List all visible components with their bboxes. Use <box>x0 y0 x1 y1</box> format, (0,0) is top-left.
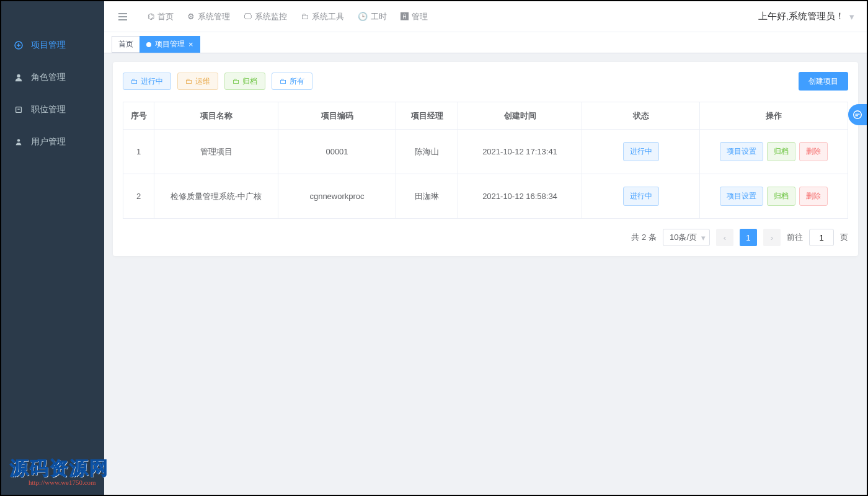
cell-seq: 2 <box>123 174 154 219</box>
filter-in-progress[interactable]: 🗀进行中 <box>123 73 171 90</box>
svg-rect-2 <box>16 107 22 113</box>
col-seq: 序号 <box>123 102 154 130</box>
dashboard-icon: ⌬ <box>148 12 154 21</box>
table-row: 1管理项目00001陈海山2021-10-12 17:13:41进行中项目设置归… <box>123 130 848 174</box>
gear-icon: ⚙ <box>187 12 195 21</box>
filter-archived[interactable]: 🗀归档 <box>224 73 265 90</box>
main-area: ⌬首页 ⚙系统管理 🖵系统监控 🗀系统工具 🕒工时 🅰管理 上午好,系统管理员！… <box>104 1 867 495</box>
filter-ops[interactable]: 🗀运维 <box>177 73 218 90</box>
status-badge: 进行中 <box>623 142 659 161</box>
cell-name: 检修质量管理系统-中广核 <box>154 174 278 219</box>
chevron-down-icon: ▾ <box>701 233 706 242</box>
sidebar: 项目管理 角色管理 职位管理 用户管理 <box>1 1 104 495</box>
hamburger-icon[interactable] <box>117 11 129 23</box>
folder-icon: 🗀 <box>131 77 138 86</box>
chevron-down-icon: ▾ <box>849 11 854 22</box>
col-name: 项目名称 <box>154 102 278 130</box>
user-icon <box>14 73 24 82</box>
cell-actions: 项目设置归档删除 <box>700 174 848 219</box>
nav-system-mgmt[interactable]: ⚙系统管理 <box>187 11 230 22</box>
close-icon[interactable]: × <box>188 40 193 48</box>
tab-active-dot-icon <box>146 42 151 47</box>
cell-manager: 田泇琳 <box>396 174 458 219</box>
plus-circle-icon <box>14 40 24 50</box>
cell-name: 管理项目 <box>154 130 278 174</box>
pagination: 共 2 条 10条/页 ▾ ‹ 1 › 前往 页 <box>123 229 848 246</box>
topbar-greeting[interactable]: 上午好,系统管理员！ ▾ <box>758 11 854 22</box>
badge-icon <box>14 105 24 115</box>
goto-page-input[interactable] <box>809 229 834 246</box>
tabbar: 首页 项目管理 × <box>104 32 867 53</box>
projects-table: 序号 项目名称 项目编码 项目经理 创建时间 状态 操作 1管理项目00001陈… <box>123 102 848 219</box>
action-delete-button[interactable]: 删除 <box>799 187 828 206</box>
svg-point-1 <box>17 74 20 78</box>
nav-system-tools[interactable]: 🗀系统工具 <box>301 11 344 22</box>
status-badge: 进行中 <box>623 187 659 206</box>
folder-icon: 🗀 <box>185 77 193 86</box>
page-number-button[interactable]: 1 <box>740 229 757 246</box>
folder-icon: 🗀 <box>280 77 287 86</box>
sidebar-item-label: 用户管理 <box>31 136 66 148</box>
monitor-icon: 🖵 <box>244 12 252 21</box>
action-settings-button[interactable]: 项目设置 <box>720 187 763 206</box>
toolbox-icon: 🗀 <box>301 12 309 21</box>
pagination-total: 共 2 条 <box>631 232 656 243</box>
page-prev-button[interactable]: ‹ <box>716 229 733 246</box>
person-icon <box>14 137 24 147</box>
cell-seq: 1 <box>123 130 154 174</box>
action-settings-button[interactable]: 项目设置 <box>720 142 763 161</box>
sidebar-item-role-mgmt[interactable]: 角色管理 <box>1 61 104 94</box>
tab-home[interactable]: 首页 <box>112 36 140 53</box>
greeting-text: 上午好,系统管理员！ <box>758 11 844 22</box>
action-archive-button[interactable]: 归档 <box>767 187 795 206</box>
sidebar-item-label: 角色管理 <box>31 72 66 83</box>
sidebar-item-project-mgmt[interactable]: 项目管理 <box>1 29 104 61</box>
cell-created: 2021-10-12 17:13:41 <box>458 130 582 174</box>
cell-status: 进行中 <box>582 130 700 174</box>
page-next-button[interactable]: › <box>763 229 781 246</box>
folder-icon: 🗀 <box>232 77 240 86</box>
topbar: ⌬首页 ⚙系统管理 🖵系统监控 🗀系统工具 🕒工时 🅰管理 上午好,系统管理员！… <box>104 1 867 32</box>
cell-actions: 项目设置归档删除 <box>700 130 848 174</box>
col-actions: 操作 <box>700 102 848 130</box>
svg-point-3 <box>17 139 20 141</box>
float-feedback-button[interactable] <box>848 104 867 125</box>
sidebar-item-position-mgmt[interactable]: 职位管理 <box>1 94 104 126</box>
card-panel: 🗀进行中 🗀运维 🗀归档 🗀所有 创建项目 序号 项目名称 项目编码 项目经理 … <box>113 62 858 256</box>
create-project-button[interactable]: 创建项目 <box>799 72 848 91</box>
cell-manager: 陈海山 <box>396 130 458 174</box>
page-suffix: 页 <box>840 232 848 243</box>
cell-code: cgnneworkproc <box>278 174 396 219</box>
cell-created: 2021-10-12 16:58:34 <box>458 174 582 219</box>
col-status: 状态 <box>582 102 700 130</box>
col-created: 创建时间 <box>458 102 582 130</box>
col-manager: 项目经理 <box>396 102 458 130</box>
nav-workhours[interactable]: 🕒工时 <box>358 11 387 22</box>
clock-icon: 🕒 <box>358 12 368 21</box>
sidebar-item-label: 职位管理 <box>31 104 66 115</box>
svg-point-4 <box>854 111 862 119</box>
watermark: 源码资源网 http://www.we1750.com <box>10 456 109 486</box>
user-sq-icon: 🅰 <box>401 12 409 21</box>
sidebar-item-user-mgmt[interactable]: 用户管理 <box>1 126 104 158</box>
goto-label: 前往 <box>787 232 803 243</box>
filter-row: 🗀进行中 🗀运维 🗀归档 🗀所有 创建项目 <box>123 72 848 91</box>
watermark-main: 源码资源网 <box>10 456 109 481</box>
content: 🗀进行中 🗀运维 🗀归档 🗀所有 创建项目 序号 项目名称 项目编码 项目经理 … <box>104 53 867 495</box>
table-header-row: 序号 项目名称 项目编码 项目经理 创建时间 状态 操作 <box>123 102 848 130</box>
chat-icon <box>852 109 863 120</box>
nav-home[interactable]: ⌬首页 <box>148 11 174 22</box>
tab-project-mgmt[interactable]: 项目管理 × <box>140 36 200 53</box>
top-nav: ⌬首页 ⚙系统管理 🖵系统监控 🗀系统工具 🕒工时 🅰管理 <box>148 11 428 22</box>
nav-manage[interactable]: 🅰管理 <box>401 11 428 22</box>
sidebar-item-label: 项目管理 <box>31 40 66 51</box>
filter-all[interactable]: 🗀所有 <box>272 73 312 90</box>
page-size-select[interactable]: 10条/页 ▾ <box>663 229 710 246</box>
action-delete-button[interactable]: 删除 <box>799 142 828 161</box>
cell-code: 00001 <box>278 130 396 174</box>
action-archive-button[interactable]: 归档 <box>767 142 795 161</box>
nav-system-monitor[interactable]: 🖵系统监控 <box>244 11 287 22</box>
col-code: 项目编码 <box>278 102 396 130</box>
cell-status: 进行中 <box>582 174 700 219</box>
table-row: 2检修质量管理系统-中广核cgnneworkproc田泇琳2021-10-12 … <box>123 174 848 219</box>
